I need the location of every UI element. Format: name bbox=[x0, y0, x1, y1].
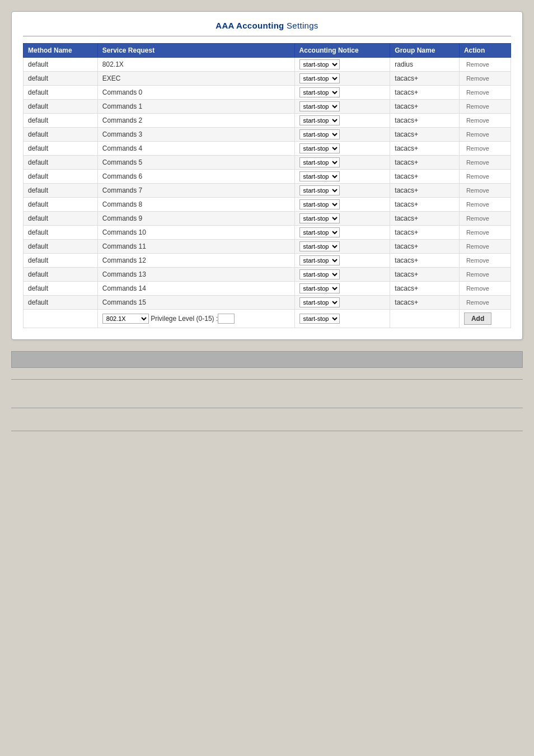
notice-select[interactable]: start-stopstartstopnone bbox=[299, 59, 340, 69]
cell-notice[interactable]: start-stopstartstopnone bbox=[294, 72, 390, 86]
cell-action[interactable]: Remove bbox=[459, 114, 510, 128]
notice-select[interactable]: start-stopstartstopnone bbox=[299, 227, 340, 237]
cell-notice[interactable]: start-stopstartstopnone bbox=[294, 114, 390, 128]
cell-notice[interactable]: start-stopstartstopnone bbox=[294, 254, 390, 268]
cell-notice[interactable]: start-stopstartstopnone bbox=[294, 296, 390, 310]
remove-button[interactable]: Remove bbox=[464, 228, 491, 236]
notice-select[interactable]: start-stopstartstopnone bbox=[299, 199, 340, 209]
cell-action[interactable]: Remove bbox=[459, 170, 510, 184]
add-button[interactable]: Add bbox=[464, 312, 491, 325]
cell-notice[interactable]: start-stopstartstopnone bbox=[294, 86, 390, 100]
remove-button[interactable]: Remove bbox=[464, 298, 491, 306]
table-row: defaultCommands 9start-stopstartstopnone… bbox=[24, 212, 511, 226]
cell-method: default bbox=[24, 198, 98, 212]
notice-select[interactable]: start-stopstartstopnone bbox=[299, 171, 340, 181]
cell-notice[interactable]: start-stopstartstopnone bbox=[294, 100, 390, 114]
notice-select[interactable]: start-stopstartstopnone bbox=[299, 255, 340, 265]
col-action: Action bbox=[459, 44, 510, 58]
remove-button[interactable]: Remove bbox=[464, 102, 491, 110]
add-notice-select[interactable]: start-stopstartstopnone bbox=[299, 314, 340, 324]
cell-notice[interactable]: start-stopstartstopnone bbox=[294, 58, 390, 72]
remove-button[interactable]: Remove bbox=[464, 130, 491, 138]
table-row: defaultCommands 4start-stopstartstopnone… bbox=[24, 142, 511, 156]
cell-action[interactable]: Remove bbox=[459, 156, 510, 170]
cell-notice[interactable]: start-stopstartstopnone bbox=[294, 184, 390, 198]
table-row: defaultCommands 0start-stopstartstopnone… bbox=[24, 86, 511, 100]
notice-select[interactable]: start-stopstartstopnone bbox=[299, 213, 340, 223]
notice-select[interactable]: start-stopstartstopnone bbox=[299, 241, 340, 251]
cell-action[interactable]: Remove bbox=[459, 86, 510, 100]
table-row: defaultCommands 14start-stopstartstopnon… bbox=[24, 282, 511, 296]
add-cell-action[interactable]: Add bbox=[459, 310, 510, 328]
notice-select[interactable]: start-stopstartstopnone bbox=[299, 283, 340, 293]
add-cell-service[interactable]: 802.1XEXECCommands Privilege Level (0-15… bbox=[97, 310, 294, 328]
table-row: defaultEXECstart-stopstartstopnonetacacs… bbox=[24, 72, 511, 86]
cell-service: Commands 13 bbox=[97, 268, 294, 282]
cell-notice[interactable]: start-stopstartstopnone bbox=[294, 268, 390, 282]
notice-select[interactable]: start-stopstartstopnone bbox=[299, 185, 340, 195]
notice-select[interactable]: start-stopstartstopnone bbox=[299, 87, 340, 97]
add-cell-notice[interactable]: start-stopstartstopnone bbox=[294, 310, 390, 328]
remove-button[interactable]: Remove bbox=[464, 116, 491, 124]
table-row: defaultCommands 12start-stopstartstopnon… bbox=[24, 254, 511, 268]
cell-action[interactable]: Remove bbox=[459, 296, 510, 310]
remove-button[interactable]: Remove bbox=[464, 284, 491, 292]
remove-button[interactable]: Remove bbox=[464, 200, 491, 208]
cell-group: tacacs+ bbox=[390, 212, 460, 226]
cell-action[interactable]: Remove bbox=[459, 72, 510, 86]
cell-notice[interactable]: start-stopstartstopnone bbox=[294, 156, 390, 170]
cell-notice[interactable]: start-stopstartstopnone bbox=[294, 212, 390, 226]
remove-button[interactable]: Remove bbox=[464, 74, 491, 82]
add-service-select[interactable]: 802.1XEXECCommands bbox=[102, 314, 149, 324]
cell-action[interactable]: Remove bbox=[459, 254, 510, 268]
notice-select[interactable]: start-stopstartstopnone bbox=[299, 297, 340, 307]
cell-notice[interactable]: start-stopstartstopnone bbox=[294, 170, 390, 184]
table-row: defaultCommands 1start-stopstartstopnone… bbox=[24, 100, 511, 114]
remove-button[interactable]: Remove bbox=[464, 144, 491, 152]
remove-button[interactable]: Remove bbox=[464, 270, 491, 278]
notice-select[interactable]: start-stopstartstopnone bbox=[299, 129, 340, 139]
cell-service: Commands 14 bbox=[97, 282, 294, 296]
table-row: defaultCommands 13start-stopstartstopnon… bbox=[24, 268, 511, 282]
cell-notice[interactable]: start-stopstartstopnone bbox=[294, 240, 390, 254]
cell-action[interactable]: Remove bbox=[459, 282, 510, 296]
cell-notice[interactable]: start-stopstartstopnone bbox=[294, 282, 390, 296]
cell-notice[interactable]: start-stopstartstopnone bbox=[294, 128, 390, 142]
accounting-table: Method Name Service Request Accounting N… bbox=[23, 43, 511, 328]
remove-button[interactable]: Remove bbox=[464, 88, 491, 96]
cell-action[interactable]: Remove bbox=[459, 58, 510, 72]
cell-action[interactable]: Remove bbox=[459, 184, 510, 198]
spacer-2 bbox=[11, 408, 523, 414]
cell-action[interactable]: Remove bbox=[459, 226, 510, 240]
remove-button[interactable]: Remove bbox=[464, 172, 491, 180]
remove-button[interactable]: Remove bbox=[464, 186, 491, 194]
cell-action[interactable]: Remove bbox=[459, 212, 510, 226]
cell-notice[interactable]: start-stopstartstopnone bbox=[294, 142, 390, 156]
cell-group: tacacs+ bbox=[390, 282, 460, 296]
cell-notice[interactable]: start-stopstartstopnone bbox=[294, 198, 390, 212]
bottom-bar bbox=[11, 351, 523, 368]
remove-button[interactable]: Remove bbox=[464, 60, 491, 68]
remove-button[interactable]: Remove bbox=[464, 242, 491, 250]
cell-action[interactable]: Remove bbox=[459, 128, 510, 142]
cell-action[interactable]: Remove bbox=[459, 240, 510, 254]
cell-action[interactable]: Remove bbox=[459, 268, 510, 282]
cell-group: tacacs+ bbox=[390, 268, 460, 282]
cell-method: default bbox=[24, 170, 98, 184]
cell-action[interactable]: Remove bbox=[459, 100, 510, 114]
cell-action[interactable]: Remove bbox=[459, 198, 510, 212]
remove-button[interactable]: Remove bbox=[464, 256, 491, 264]
notice-select[interactable]: start-stopstartstopnone bbox=[299, 269, 340, 279]
cell-notice[interactable]: start-stopstartstopnone bbox=[294, 226, 390, 240]
remove-button[interactable]: Remove bbox=[464, 214, 491, 222]
notice-select[interactable]: start-stopstartstopnone bbox=[299, 157, 340, 167]
privilege-input[interactable] bbox=[218, 314, 235, 324]
notice-select[interactable]: start-stopstartstopnone bbox=[299, 101, 340, 111]
notice-select[interactable]: start-stopstartstopnone bbox=[299, 115, 340, 125]
notice-select[interactable]: start-stopstartstopnone bbox=[299, 73, 340, 83]
cell-action[interactable]: Remove bbox=[459, 142, 510, 156]
remove-button[interactable]: Remove bbox=[464, 158, 491, 166]
notice-select[interactable]: start-stopstartstopnone bbox=[299, 143, 340, 153]
table-row: defaultCommands 11start-stopstartstopnon… bbox=[24, 240, 511, 254]
cell-service: 802.1X bbox=[97, 58, 294, 72]
